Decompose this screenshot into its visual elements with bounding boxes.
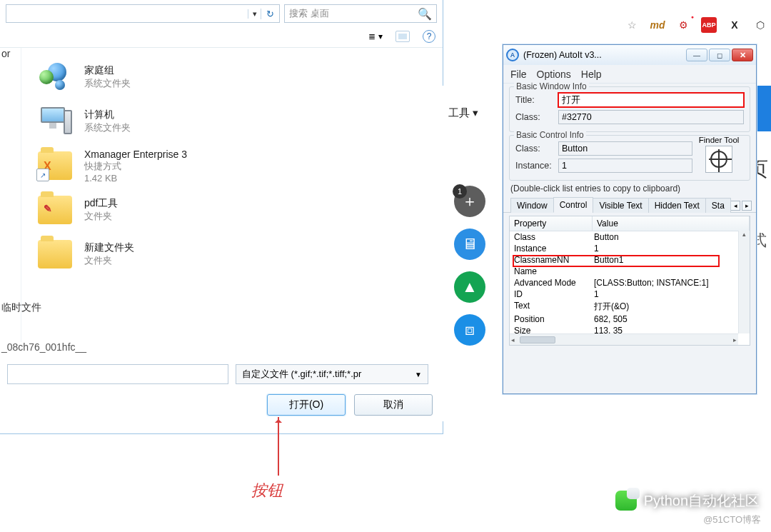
list-item[interactable]: 家庭组系统文件夹	[36, 55, 428, 99]
tab-control[interactable]: Control	[553, 197, 594, 213]
address-row: ▾ ↻ 搜索 桌面 🔍	[0, 0, 443, 27]
list-item[interactable]: ✎ pdf工具文件夹	[36, 188, 428, 232]
autoit-window: (Frozen) AutoIt v3... — ◻ ✕ File Options…	[503, 44, 757, 394]
basic-control-info-group: Basic Control Info Class: Button Instanc…	[509, 135, 750, 181]
md-extension-icon[interactable]: md	[650, 17, 665, 33]
title-label: Title:	[515, 95, 553, 105]
close-button[interactable]: ✕	[732, 49, 753, 61]
truncated-or: or	[0, 48, 21, 59]
bookmark-icon[interactable]: ☆	[624, 17, 640, 33]
chevron-down-icon: ▼	[415, 371, 422, 378]
filename-input[interactable]	[7, 364, 228, 384]
tools-dropdown[interactable]: 工具 ▾	[448, 106, 478, 120]
view-toolbar: ≣ ▾ ?	[0, 27, 443, 48]
search-input[interactable]: 搜索 桌面 🔍	[284, 4, 437, 23]
folder-icon: ✎	[38, 196, 72, 224]
title-bar[interactable]: (Frozen) AutoIt v3... — ◻ ✕	[503, 45, 756, 65]
drive-bubble[interactable]: ▲	[454, 271, 485, 303]
cancel-button[interactable]: 取消	[354, 394, 433, 416]
tab-window[interactable]: Window	[510, 198, 554, 213]
menu-options[interactable]: Options	[537, 69, 571, 80]
monitor-bubble[interactable]: 🖥	[454, 229, 485, 260]
cube-extension-icon[interactable]: ⬡	[752, 17, 768, 33]
shortcut-icon: X↗	[38, 151, 72, 180]
sidebar-label-temp: 临时文件	[1, 301, 41, 314]
view-combo[interactable]: ≣ ▾	[368, 31, 383, 41]
watermark: Python自动化社区	[615, 491, 760, 511]
address-combo[interactable]: ▾ ↻	[6, 4, 280, 23]
settings-extension-icon[interactable]: ⚙	[675, 17, 691, 33]
annotation-arrow	[278, 417, 279, 476]
abp-extension-icon[interactable]: ABP	[701, 17, 717, 33]
autoit-app-icon	[506, 49, 519, 61]
computer-icon	[38, 106, 72, 137]
window-title: (Frozen) AutoIt v3...	[523, 50, 602, 60]
property-row[interactable]: Text打开(&O)	[510, 300, 750, 313]
cto-watermark: @51CTO博客	[703, 513, 761, 526]
list-item[interactable]: X↗ Xmanager Enterprise 3快捷方式1.42 KB	[36, 144, 428, 188]
wechat-icon	[615, 491, 637, 511]
tab-more[interactable]: Sta	[705, 198, 731, 213]
control-instance-label: Instance:	[515, 161, 553, 171]
hint-text: (Double-click list entries to copy to cl…	[503, 184, 756, 194]
file-list[interactable]: 家庭组系统文件夹 计算机系统文件夹 X↗ Xmanager Enterprise…	[21, 48, 443, 342]
tab-strip: Window Control Visible Text Hidden Text …	[503, 194, 756, 213]
list-icon: ≣	[368, 31, 376, 41]
property-row[interactable]: ClassButton	[510, 231, 750, 243]
file-open-dialog: ▾ ↻ 搜索 桌面 🔍 ≣ ▾ ? or 家庭组系统文件夹 计算机系统文件夹	[0, 0, 443, 434]
preview-pane-icon[interactable]	[395, 31, 410, 42]
share-bubble-column: ＋1 🖥 ▲ ⧈	[451, 186, 488, 346]
property-list[interactable]: Property Value ClassButtonInstance1Class…	[509, 216, 750, 346]
filetype-combo[interactable]: 自定义文件 (*.gif;*.tif;*.tiff;*.pr ▼	[236, 364, 428, 384]
open-button[interactable]: 打开(O)	[267, 394, 346, 416]
control-instance-value[interactable]: 1	[558, 159, 692, 173]
tab-scroll[interactable]: ◂▸	[730, 201, 752, 212]
clipped-filename: _08ch76_001hfc__	[1, 341, 86, 353]
class-value[interactable]: #32770	[558, 110, 744, 124]
filename-row: 自定义文件 (*.gif;*.tif;*.tiff;*.pr ▼	[0, 364, 435, 384]
menu-file[interactable]: File	[510, 69, 527, 80]
property-row[interactable]: ClassnameNNButton1	[510, 254, 750, 266]
finder-tool[interactable]: Finder Tool	[695, 136, 742, 173]
property-row[interactable]: Instance1	[510, 243, 750, 254]
file-area: or 家庭组系统文件夹 计算机系统文件夹 X↗ Xmanager Enterpr…	[0, 48, 443, 342]
search-placeholder: 搜索 桌面	[289, 7, 329, 20]
control-class-value[interactable]: Button	[558, 141, 692, 156]
add-bubble[interactable]: ＋1	[454, 186, 485, 217]
minimize-button[interactable]: —	[686, 49, 707, 61]
badge: 1	[453, 184, 467, 199]
maximize-button[interactable]: ◻	[709, 49, 730, 61]
property-header: Property Value	[510, 216, 750, 231]
list-item[interactable]: 计算机系统文件夹	[36, 99, 428, 144]
x-extension-icon[interactable]: X	[727, 17, 742, 33]
browser-extension-bar: ☆ md ⚙ ABP X ⬡	[624, 17, 768, 33]
property-row[interactable]: Advanced Mode[CLASS:Button; INSTANCE:1]	[510, 277, 750, 288]
annotation-label: 按钮	[251, 480, 283, 501]
address-dropdown-icon[interactable]: ▾	[248, 9, 261, 19]
menu-help[interactable]: Help	[581, 69, 602, 80]
help-icon[interactable]: ?	[423, 30, 435, 43]
refresh-icon[interactable]: ↻	[261, 9, 279, 19]
tab-hidden-text[interactable]: Hidden Text	[648, 198, 706, 213]
folder-icon	[38, 240, 72, 268]
title-value[interactable]: 打开	[558, 93, 744, 107]
dropbox-bubble[interactable]: ⧈	[454, 314, 485, 346]
property-row[interactable]: Name	[510, 266, 750, 277]
basic-window-info-group: Basic Window Info Title: 打开 Class: #3277…	[509, 86, 750, 132]
horizontal-scrollbar[interactable]	[510, 333, 738, 345]
list-item[interactable]: 新建文件夹文件夹	[36, 232, 428, 276]
property-row[interactable]: Position682, 505	[510, 313, 750, 325]
search-icon: 🔍	[418, 7, 432, 21]
homegroup-icon	[39, 61, 71, 93]
finder-target-icon[interactable]	[705, 146, 732, 173]
dialog-buttons: 打开(O) 取消	[267, 394, 433, 416]
vertical-scrollbar[interactable]	[738, 231, 750, 333]
control-class-label: Class:	[515, 144, 553, 154]
navigation-pane: or	[0, 48, 21, 342]
property-row[interactable]: ID1	[510, 288, 750, 300]
tab-visible-text[interactable]: Visible Text	[593, 198, 648, 213]
class-label: Class:	[515, 112, 553, 122]
